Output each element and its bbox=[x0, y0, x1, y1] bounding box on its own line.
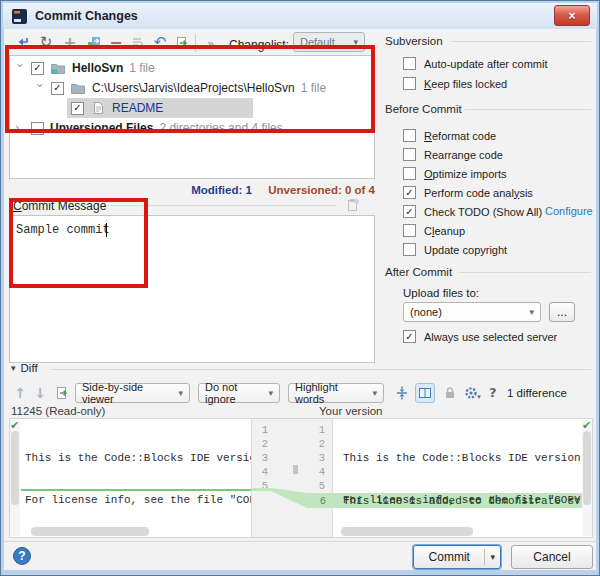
status-line: Modified: 1 Unversioned: 0 of 4 bbox=[9, 184, 375, 196]
next-glyph: ↓ bbox=[34, 385, 46, 401]
right-vertical-scrollbar-thumb[interactable] bbox=[583, 431, 591, 505]
ellipsis-label: ... bbox=[557, 305, 567, 319]
highlight-mode-select[interactable]: Highlight words ▾ bbox=[288, 383, 384, 403]
check-icon: ✓ bbox=[405, 188, 413, 198]
ignore-policy-select[interactable]: Do not ignore ▾ bbox=[198, 383, 280, 403]
previous-difference-icon[interactable]: ↑ bbox=[11, 384, 29, 402]
option-reformat-code[interactable]: Reformat code bbox=[403, 128, 496, 143]
checkbox[interactable] bbox=[403, 129, 416, 142]
title-bar[interactable]: Commit Changes bbox=[3, 3, 597, 29]
option-label: C bbox=[424, 225, 432, 237]
commit-history-icon[interactable] bbox=[343, 196, 361, 214]
chevron-down-icon[interactable]: ▾ bbox=[485, 552, 500, 562]
configure-link[interactable]: Configure bbox=[545, 205, 593, 217]
diff-split-marker[interactable] bbox=[293, 465, 298, 474]
option-label-rest: e code bbox=[470, 149, 503, 161]
upload-server-value: (none) bbox=[410, 306, 524, 318]
commit-button[interactable]: Commit ▾ bbox=[413, 545, 501, 569]
checkbox[interactable]: ✓ bbox=[403, 186, 416, 199]
option-label: Rearran bbox=[424, 149, 464, 161]
viewer-mode-select[interactable]: Side-by-side viewer ▾ bbox=[75, 383, 190, 403]
mnemonic: O bbox=[424, 168, 433, 180]
chevron-down-icon: ▾ bbox=[268, 388, 273, 398]
line-number: 2 bbox=[305, 437, 332, 451]
option-label-rest: eep files locked bbox=[431, 78, 507, 90]
checkbox[interactable]: ✓ bbox=[403, 330, 416, 343]
viewer-mode-value: Side-by-side viewer bbox=[82, 381, 173, 405]
option-perform-code-analysis[interactable]: ✓ Perform code analysis bbox=[403, 185, 533, 200]
line-number: 3 bbox=[252, 451, 273, 465]
option-label-rest: eformat code bbox=[432, 130, 496, 142]
diff-left-editor[interactable]: This is the Code::Blocks IDE version For… bbox=[23, 421, 253, 521]
diff-section-title: Diff bbox=[21, 362, 38, 374]
line-number-added: 6 bbox=[305, 494, 326, 508]
help-glyph: ? bbox=[489, 385, 497, 400]
option-optimize-imports[interactable]: Optimize imports bbox=[403, 166, 507, 181]
subversion-section-title: Subversion bbox=[385, 35, 443, 47]
checkbox[interactable] bbox=[403, 167, 416, 180]
option-label: Auto-update after commit bbox=[424, 58, 548, 70]
left-horizontal-scrollbar-thumb[interactable] bbox=[31, 527, 149, 536]
line-number: 3 bbox=[305, 451, 332, 465]
lock-icon[interactable] bbox=[441, 384, 459, 402]
option-label: Check TODO (Show All) bbox=[424, 206, 542, 218]
window-title: Commit Changes bbox=[35, 9, 138, 23]
help-button[interactable]: ? bbox=[13, 547, 31, 565]
code-line: For license info, see the file "COPYIN bbox=[25, 493, 253, 507]
section-line bbox=[459, 272, 591, 273]
checkbox[interactable] bbox=[403, 148, 416, 161]
next-difference-icon[interactable]: ↓ bbox=[31, 384, 49, 402]
checkbox[interactable]: ✓ bbox=[403, 205, 416, 218]
after-commit-section-title: After Commit bbox=[385, 266, 452, 278]
option-rearrange-code[interactable]: Rearrange code bbox=[403, 147, 503, 162]
diff-insertion-marker-line bbox=[21, 489, 251, 491]
option-check-todo[interactable]: ✓ Check TODO (Show All) bbox=[403, 204, 542, 219]
help-icon[interactable]: ? bbox=[489, 385, 497, 400]
app-logo-icon bbox=[12, 9, 27, 24]
checkbox[interactable] bbox=[403, 243, 416, 256]
analysis-ok-check-icon: ✔ bbox=[10, 419, 19, 432]
help-glyph: ? bbox=[18, 549, 25, 563]
upload-server-select[interactable]: (none) ▾ bbox=[403, 302, 541, 322]
commit-changes-dialog: Commit Changes × ↻ + − ↶ » Changelist: D… bbox=[0, 0, 600, 576]
checkbox[interactable] bbox=[403, 224, 416, 237]
left-vertical-scrollbar-thumb[interactable] bbox=[11, 431, 19, 505]
option-keep-locked[interactable]: Keep files locked bbox=[403, 76, 507, 91]
cancel-button[interactable]: Cancel bbox=[511, 545, 593, 569]
collapse-triangle-icon: ▾ bbox=[11, 363, 16, 373]
checkbox[interactable] bbox=[403, 57, 416, 70]
diff-section-toggle[interactable]: ▾ Diff bbox=[11, 362, 38, 374]
option-cleanup[interactable]: Cleanup bbox=[403, 223, 465, 238]
line-number: 4 bbox=[252, 465, 273, 479]
option-always-use-server[interactable]: ✓ Always use selected server bbox=[403, 329, 557, 344]
section-line bbox=[465, 109, 591, 110]
check-icon: ✓ bbox=[405, 332, 413, 342]
chevron-down-icon: ▾ bbox=[178, 388, 183, 398]
right-horizontal-scrollbar-thumb[interactable] bbox=[341, 527, 473, 536]
checkbox[interactable] bbox=[403, 77, 416, 90]
option-auto-update[interactable]: Auto-update after commit bbox=[403, 56, 548, 71]
before-commit-section-title: Before Commit bbox=[385, 103, 462, 115]
option-update-copyright[interactable]: Update copyright bbox=[403, 242, 507, 257]
option-label-rest: eanup bbox=[434, 225, 465, 237]
option-label-rest: sis bbox=[519, 187, 532, 199]
mnemonic: R bbox=[424, 130, 432, 142]
close-icon: × bbox=[568, 9, 575, 23]
gear-icon[interactable]: ▾ bbox=[463, 384, 481, 402]
browse-server-button[interactable]: ... bbox=[549, 302, 575, 322]
diff-left-gutter: 1 2 3 4 5 bbox=[251, 419, 273, 537]
annotation-red-box-tree bbox=[5, 45, 375, 133]
section-line bbox=[51, 369, 591, 370]
annotation-red-box-message bbox=[9, 198, 148, 288]
collapse-unchanged-icon[interactable] bbox=[393, 384, 411, 402]
close-button[interactable]: × bbox=[554, 5, 590, 26]
footer-separator bbox=[4, 541, 598, 542]
difference-count: 1 difference bbox=[507, 387, 567, 399]
status-modified: Modified: 1 bbox=[191, 184, 252, 196]
diff-right-title: Your version bbox=[319, 405, 383, 417]
jump-to-source-icon[interactable] bbox=[53, 384, 71, 402]
sync-scrolling-icon[interactable] bbox=[415, 383, 435, 403]
status-unversioned: Unversioned: 0 of 4 bbox=[268, 184, 375, 196]
upload-files-label: Upload files to: bbox=[403, 287, 479, 299]
commit-button-label: Commit bbox=[414, 550, 484, 564]
